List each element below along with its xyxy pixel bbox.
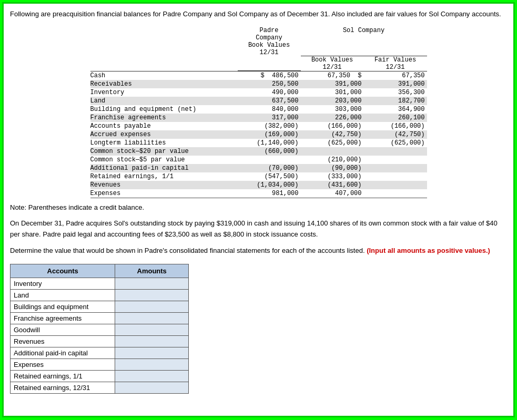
sol-bv-value: 203,000 (301, 97, 364, 105)
sub-sol-bv: Book Values12/31 (301, 56, 364, 71)
sol-bv-value (301, 148, 364, 155)
answer-account-cell: Inventory (11, 278, 115, 289)
sol-fv-value: (166,000) (364, 122, 427, 130)
table-row: Retained earnings, 1/1 (547,500) (333,00… (90, 172, 427, 181)
answer-table-row: Expenses (11, 358, 189, 370)
padre-value: 490,000 (238, 89, 301, 96)
sol-bv-value: 407,000 (301, 190, 364, 197)
answer-account-cell: Goodwill (11, 324, 115, 335)
note-text: Note: Parentheses indicate a credit bala… (10, 202, 507, 213)
sol-bv-value: (42,750) (301, 131, 364, 138)
col-accounts-header: Accounts (11, 264, 115, 278)
instruction-bold-red: (Input all amounts as positive values.) (367, 247, 490, 254)
answer-amount-input-9[interactable] (118, 384, 185, 392)
answer-amount-input-5[interactable] (118, 337, 185, 345)
sol-fv-value: 364,900 (364, 106, 427, 113)
answer-amount-cell[interactable] (115, 358, 189, 370)
sol-fv-value (364, 190, 427, 197)
row-label: Inventory (90, 89, 238, 96)
row-label: Franchise agreements (90, 114, 238, 121)
answer-amount-cell[interactable] (115, 382, 189, 393)
answer-amount-input-3[interactable] (118, 314, 185, 322)
padre-value: 637,500 (238, 97, 301, 105)
answer-amount-cell[interactable] (115, 312, 189, 324)
padre-value: (382,000) (238, 122, 301, 130)
answer-table-row: Inventory (11, 278, 189, 289)
table-row: Additional paid-in capital (70,000) (90,… (90, 164, 427, 172)
padre-company-header: PadreCompanyBook Values12/31 (238, 27, 301, 56)
answer-table-row: Additional paid-in capital (11, 347, 189, 358)
answer-account-cell: Land (11, 289, 115, 301)
answer-table-row: Retained earnings, 1/1 (11, 370, 189, 382)
answer-amount-cell[interactable] (115, 324, 189, 335)
intro-paragraph: Following are preacquisition financial b… (10, 9, 507, 19)
answer-amount-cell[interactable] (115, 335, 189, 347)
answer-table-row: Revenues (11, 335, 189, 347)
table-row: Land 637,500 203,000 182,700 (90, 97, 427, 105)
main-container: Following are preacquisition financial b… (2, 2, 515, 417)
answer-table-body: InventoryLandBuildings and equipmentFran… (11, 278, 189, 393)
sol-bv-value: (90,000) (301, 165, 364, 172)
row-label: Longterm liabilities (90, 139, 238, 147)
answer-account-cell: Additional paid-in capital (11, 347, 115, 358)
answer-amount-input-7[interactable] (118, 361, 185, 368)
row-label: Accrued expenses (90, 131, 238, 138)
padre-value: (70,000) (238, 165, 301, 172)
table-row: Revenues (1,034,000) (431,600) (90, 181, 427, 189)
row-label: Common stock—$20 par value (90, 148, 238, 155)
note-section: Note: Parentheses indicate a credit bala… (10, 202, 507, 257)
row-label: Accounts payable (90, 122, 238, 130)
sol-fv-value: 260,100 (364, 114, 427, 121)
answer-amount-input-6[interactable] (118, 349, 185, 357)
sol-fv-value (364, 173, 427, 180)
financial-table-wrapper: PadreCompanyBook Values12/31 Sol Company… (10, 27, 507, 198)
table-row: Accounts payable (382,000) (166,000) (16… (90, 122, 427, 130)
answer-amount-input-1[interactable] (118, 291, 185, 299)
answer-amount-input-8[interactable] (118, 372, 185, 380)
answer-table-row: Land (11, 289, 189, 301)
answer-account-cell: Retained earnings, 12/31 (11, 382, 115, 393)
answer-account-cell: Buildings and equipment (11, 301, 115, 312)
table-row: Longterm liabilities (1,140,000) (625,00… (90, 139, 427, 147)
sol-bv-value: 391,000 (301, 80, 364, 88)
sub-sol-fv: Fair Values12/31 (364, 56, 427, 71)
answer-amount-cell[interactable] (115, 278, 189, 289)
row-label: Land (90, 97, 238, 105)
answer-amount-cell[interactable] (115, 289, 189, 301)
answer-amount-input-0[interactable] (118, 280, 185, 288)
sub-padre-bv (238, 56, 301, 71)
table-row: Common stock—$20 par value (660,000) (90, 147, 427, 156)
padre-value: 981,000 (238, 190, 301, 197)
table-row: Inventory 490,000 301,000 356,300 (90, 88, 427, 97)
answer-amount-cell[interactable] (115, 347, 189, 358)
answer-account-cell: Revenues (11, 335, 115, 347)
table-row: Expenses 981,000 407,000 (90, 189, 427, 198)
answer-amount-input-4[interactable] (118, 326, 185, 334)
answer-amount-cell[interactable] (115, 370, 189, 382)
col-amounts-header: Amounts (115, 264, 189, 278)
sol-fv-value: 356,300 (364, 89, 427, 96)
padre-value: (1,034,000) (238, 181, 301, 189)
sol-fv-value: 182,700 (364, 97, 427, 105)
answer-amount-input-2[interactable] (118, 303, 185, 311)
answer-amount-cell[interactable] (115, 301, 189, 312)
row-label: Revenues (90, 181, 238, 189)
sol-bv-value: 67,350 $ (301, 72, 364, 79)
sub-titles-row: Book Values12/31 Fair Values12/31 (90, 56, 427, 71)
sol-fv-value (364, 156, 427, 163)
row-label: Receivables (90, 80, 238, 88)
table-row: Common stock—$5 par value (210,000) (90, 156, 427, 164)
answer-account-cell: Franchise agreements (11, 312, 115, 324)
table-row: Cash $ 486,500 67,350 $ 67,350 (90, 71, 427, 80)
sol-fv-value (364, 181, 427, 189)
padre-value: (547,500) (238, 173, 301, 180)
sol-company-header: Sol Company (301, 27, 427, 56)
table-row: Franchise agreements 317,000 226,000 260… (90, 114, 427, 122)
padre-value: 840,000 (238, 106, 301, 113)
sol-fv-value: 391,000 (364, 80, 427, 88)
description-text: On December 31, Padre acquires Sol's out… (10, 218, 507, 240)
answer-table-row: Goodwill (11, 324, 189, 335)
row-label: Cash (90, 72, 238, 79)
answer-account-cell: Retained earnings, 1/1 (11, 370, 115, 382)
table-row: Accrued expenses (169,000) (42,750) (42,… (90, 130, 427, 139)
